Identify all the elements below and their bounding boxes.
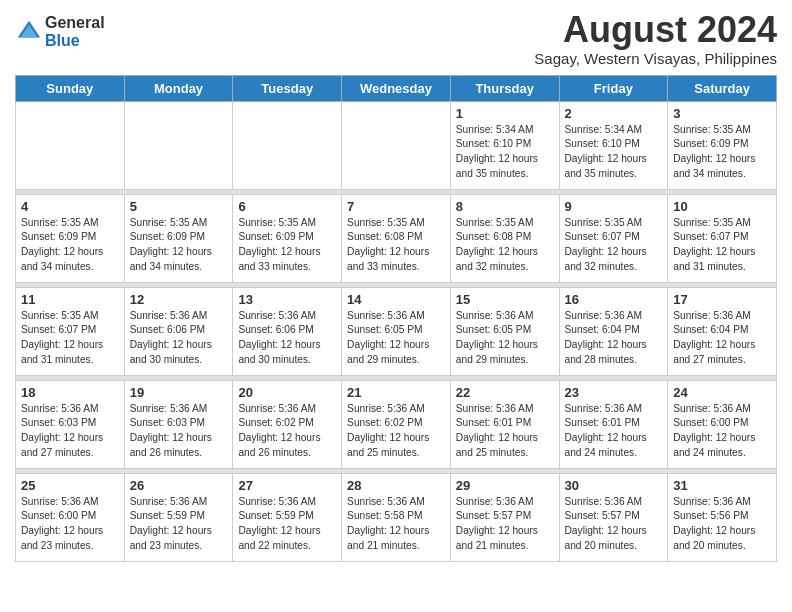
day-info: Sunrise: 5:36 AM Sunset: 5:57 PM Dayligh…: [456, 495, 554, 554]
calendar-cell: 8Sunrise: 5:35 AM Sunset: 6:08 PM Daylig…: [450, 194, 559, 282]
page: General Blue August 2024 Sagay, Western …: [0, 0, 792, 577]
calendar-cell: 11Sunrise: 5:35 AM Sunset: 6:07 PM Dayli…: [16, 287, 125, 375]
calendar-cell: 18Sunrise: 5:36 AM Sunset: 6:03 PM Dayli…: [16, 380, 125, 468]
calendar-cell: [124, 101, 233, 189]
day-info: Sunrise: 5:36 AM Sunset: 6:05 PM Dayligh…: [456, 309, 554, 368]
calendar-cell: 17Sunrise: 5:36 AM Sunset: 6:04 PM Dayli…: [668, 287, 777, 375]
day-info: Sunrise: 5:36 AM Sunset: 6:05 PM Dayligh…: [347, 309, 445, 368]
week-row-4: 18Sunrise: 5:36 AM Sunset: 6:03 PM Dayli…: [16, 380, 777, 468]
day-info: Sunrise: 5:36 AM Sunset: 5:57 PM Dayligh…: [565, 495, 663, 554]
day-number: 26: [130, 478, 228, 493]
calendar: SundayMondayTuesdayWednesdayThursdayFrid…: [15, 75, 777, 562]
calendar-cell: 23Sunrise: 5:36 AM Sunset: 6:01 PM Dayli…: [559, 380, 668, 468]
day-info: Sunrise: 5:35 AM Sunset: 6:07 PM Dayligh…: [673, 216, 771, 275]
calendar-cell: 19Sunrise: 5:36 AM Sunset: 6:03 PM Dayli…: [124, 380, 233, 468]
day-number: 11: [21, 292, 119, 307]
calendar-cell: 26Sunrise: 5:36 AM Sunset: 5:59 PM Dayli…: [124, 473, 233, 561]
day-number: 30: [565, 478, 663, 493]
calendar-cell: 1Sunrise: 5:34 AM Sunset: 6:10 PM Daylig…: [450, 101, 559, 189]
day-number: 16: [565, 292, 663, 307]
month-year: August 2024: [534, 10, 777, 50]
calendar-cell: [342, 101, 451, 189]
week-row-3: 11Sunrise: 5:35 AM Sunset: 6:07 PM Dayli…: [16, 287, 777, 375]
calendar-cell: 12Sunrise: 5:36 AM Sunset: 6:06 PM Dayli…: [124, 287, 233, 375]
day-number: 5: [130, 199, 228, 214]
day-info: Sunrise: 5:36 AM Sunset: 6:06 PM Dayligh…: [130, 309, 228, 368]
calendar-header-tuesday: Tuesday: [233, 75, 342, 101]
calendar-cell: 4Sunrise: 5:35 AM Sunset: 6:09 PM Daylig…: [16, 194, 125, 282]
calendar-cell: 25Sunrise: 5:36 AM Sunset: 6:00 PM Dayli…: [16, 473, 125, 561]
day-number: 28: [347, 478, 445, 493]
calendar-header-row: SundayMondayTuesdayWednesdayThursdayFrid…: [16, 75, 777, 101]
day-number: 15: [456, 292, 554, 307]
calendar-cell: 9Sunrise: 5:35 AM Sunset: 6:07 PM Daylig…: [559, 194, 668, 282]
day-number: 24: [673, 385, 771, 400]
calendar-cell: 13Sunrise: 5:36 AM Sunset: 6:06 PM Dayli…: [233, 287, 342, 375]
logo-blue-text: Blue: [45, 32, 105, 50]
calendar-cell: 28Sunrise: 5:36 AM Sunset: 5:58 PM Dayli…: [342, 473, 451, 561]
calendar-cell: 10Sunrise: 5:35 AM Sunset: 6:07 PM Dayli…: [668, 194, 777, 282]
day-info: Sunrise: 5:36 AM Sunset: 6:00 PM Dayligh…: [673, 402, 771, 461]
calendar-cell: 15Sunrise: 5:36 AM Sunset: 6:05 PM Dayli…: [450, 287, 559, 375]
logo: General Blue: [15, 10, 105, 49]
day-number: 25: [21, 478, 119, 493]
day-number: 23: [565, 385, 663, 400]
day-number: 31: [673, 478, 771, 493]
calendar-header-thursday: Thursday: [450, 75, 559, 101]
calendar-cell: 7Sunrise: 5:35 AM Sunset: 6:08 PM Daylig…: [342, 194, 451, 282]
day-info: Sunrise: 5:34 AM Sunset: 6:10 PM Dayligh…: [456, 123, 554, 182]
calendar-cell: 2Sunrise: 5:34 AM Sunset: 6:10 PM Daylig…: [559, 101, 668, 189]
day-info: Sunrise: 5:36 AM Sunset: 6:04 PM Dayligh…: [565, 309, 663, 368]
day-info: Sunrise: 5:35 AM Sunset: 6:08 PM Dayligh…: [347, 216, 445, 275]
calendar-header-monday: Monday: [124, 75, 233, 101]
calendar-header-friday: Friday: [559, 75, 668, 101]
calendar-cell: 3Sunrise: 5:35 AM Sunset: 6:09 PM Daylig…: [668, 101, 777, 189]
day-info: Sunrise: 5:36 AM Sunset: 6:03 PM Dayligh…: [21, 402, 119, 461]
calendar-cell: 20Sunrise: 5:36 AM Sunset: 6:02 PM Dayli…: [233, 380, 342, 468]
day-number: 20: [238, 385, 336, 400]
day-number: 13: [238, 292, 336, 307]
day-number: 21: [347, 385, 445, 400]
day-info: Sunrise: 5:36 AM Sunset: 6:03 PM Dayligh…: [130, 402, 228, 461]
week-row-1: 1Sunrise: 5:34 AM Sunset: 6:10 PM Daylig…: [16, 101, 777, 189]
day-info: Sunrise: 5:35 AM Sunset: 6:09 PM Dayligh…: [673, 123, 771, 182]
calendar-header-wednesday: Wednesday: [342, 75, 451, 101]
day-info: Sunrise: 5:36 AM Sunset: 6:01 PM Dayligh…: [565, 402, 663, 461]
day-info: Sunrise: 5:35 AM Sunset: 6:09 PM Dayligh…: [130, 216, 228, 275]
day-info: Sunrise: 5:35 AM Sunset: 6:07 PM Dayligh…: [565, 216, 663, 275]
calendar-cell: 29Sunrise: 5:36 AM Sunset: 5:57 PM Dayli…: [450, 473, 559, 561]
day-number: 9: [565, 199, 663, 214]
calendar-cell: 21Sunrise: 5:36 AM Sunset: 6:02 PM Dayli…: [342, 380, 451, 468]
day-number: 7: [347, 199, 445, 214]
logo-icon: [15, 18, 43, 46]
day-info: Sunrise: 5:34 AM Sunset: 6:10 PM Dayligh…: [565, 123, 663, 182]
day-info: Sunrise: 5:36 AM Sunset: 6:04 PM Dayligh…: [673, 309, 771, 368]
day-number: 17: [673, 292, 771, 307]
day-number: 8: [456, 199, 554, 214]
day-number: 1: [456, 106, 554, 121]
day-number: 2: [565, 106, 663, 121]
day-number: 22: [456, 385, 554, 400]
calendar-cell: 16Sunrise: 5:36 AM Sunset: 6:04 PM Dayli…: [559, 287, 668, 375]
day-number: 4: [21, 199, 119, 214]
day-number: 12: [130, 292, 228, 307]
calendar-cell: 27Sunrise: 5:36 AM Sunset: 5:59 PM Dayli…: [233, 473, 342, 561]
calendar-header-sunday: Sunday: [16, 75, 125, 101]
day-number: 19: [130, 385, 228, 400]
day-info: Sunrise: 5:35 AM Sunset: 6:07 PM Dayligh…: [21, 309, 119, 368]
calendar-cell: 24Sunrise: 5:36 AM Sunset: 6:00 PM Dayli…: [668, 380, 777, 468]
calendar-cell: 30Sunrise: 5:36 AM Sunset: 5:57 PM Dayli…: [559, 473, 668, 561]
day-number: 27: [238, 478, 336, 493]
day-info: Sunrise: 5:36 AM Sunset: 5:58 PM Dayligh…: [347, 495, 445, 554]
calendar-cell: 5Sunrise: 5:35 AM Sunset: 6:09 PM Daylig…: [124, 194, 233, 282]
day-info: Sunrise: 5:35 AM Sunset: 6:09 PM Dayligh…: [238, 216, 336, 275]
calendar-cell: 31Sunrise: 5:36 AM Sunset: 5:56 PM Dayli…: [668, 473, 777, 561]
day-number: 18: [21, 385, 119, 400]
day-info: Sunrise: 5:36 AM Sunset: 5:59 PM Dayligh…: [238, 495, 336, 554]
location: Sagay, Western Visayas, Philippines: [534, 50, 777, 67]
calendar-cell: [233, 101, 342, 189]
day-number: 14: [347, 292, 445, 307]
day-number: 10: [673, 199, 771, 214]
day-number: 6: [238, 199, 336, 214]
logo-general-text: General: [45, 14, 105, 32]
